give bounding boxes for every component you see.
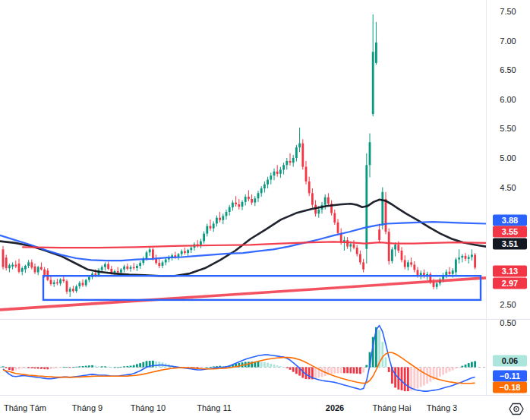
time-axis-label: Tháng 10 [131,403,166,412]
time-axis-label: Tháng Hai [373,403,412,412]
price-value-label: 3.51 [493,238,527,250]
price-tick-label: 0.50 [486,318,530,327]
time-axis-label: Tháng 9 [72,403,103,412]
price-value-label: 3.55 [493,226,527,238]
macd-indicator-pane[interactable] [0,320,486,396]
price-tick-label: 7.00 [486,36,530,46]
time-axis-divider [0,395,530,396]
price-value-label: −0.18 [493,382,527,393]
main-price-pane[interactable] [0,0,486,320]
price-tick-label: 5.00 [486,153,530,163]
price-tick-label: 4.50 [486,183,530,192]
chart-window: 7.507.006.506.005.505.004.502.500.503.88… [0,0,530,420]
price-value-label: −0.11 [493,371,527,382]
time-axis-label: 2026 [326,403,344,412]
time-axis-label: Tháng 11 [197,403,232,412]
time-axis-label: Tháng Tám [4,403,46,412]
price-tick-label: 2.50 [486,300,530,309]
time-axis-label: Tháng 3 [427,403,457,412]
price-tick-label: 7.50 [486,7,530,16]
pane-divider[interactable] [0,319,530,320]
price-axis-divider [486,0,487,396]
hexagon-eye-icon [509,403,524,415]
price-tick-label: 5.50 [486,124,530,133]
price-value-label: 3.88 [493,215,527,226]
price-value-label: 0.06 [493,355,527,367]
price-value-label: 3.13 [493,266,527,277]
price-tick-label: 6.00 [486,95,530,104]
price-tick-label: 6.50 [486,65,530,74]
price-value-label: 2.97 [493,278,527,289]
